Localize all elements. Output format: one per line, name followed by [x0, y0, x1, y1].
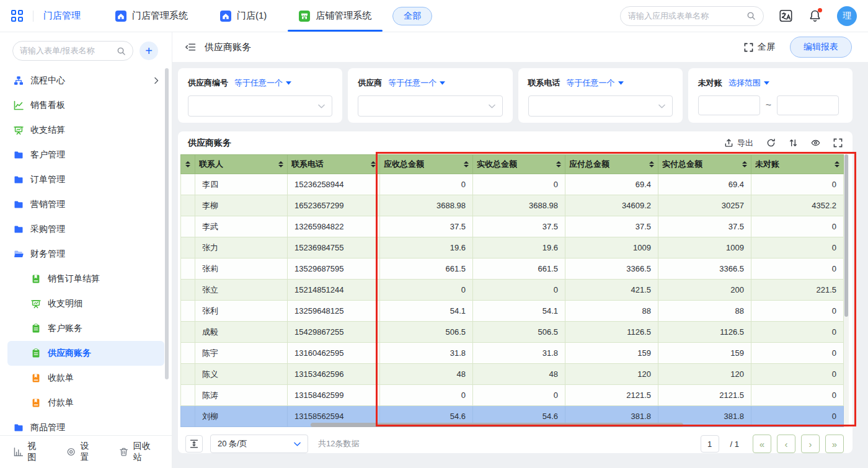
chevron-down-icon: [294, 442, 301, 446]
tab-门店(1)[interactable]: 门店(1): [204, 0, 283, 32]
sidebar-item-供应商账务[interactable]: 供应商账务: [7, 341, 164, 366]
sidebar-item-流程中心[interactable]: 流程中心: [7, 68, 164, 93]
sidebar-item-营销管理[interactable]: 营销管理: [7, 192, 164, 217]
next-page-button[interactable]: ›: [801, 435, 820, 453]
export-button[interactable]: 导出: [724, 138, 753, 149]
bars-icon: [14, 447, 23, 457]
sidebar-item-付款单[interactable]: 付款单: [7, 391, 164, 415]
folder-icon: [14, 224, 24, 234]
table-row[interactable]: 陈宇1316046259531.831.81591590: [181, 343, 844, 364]
filter-select[interactable]: [188, 95, 332, 117]
search-icon: [117, 46, 126, 56]
filter-operator[interactable]: 等于任意一个: [567, 77, 624, 89]
last-page-button[interactable]: »: [825, 435, 844, 453]
table-cell: 13160462595: [288, 343, 380, 364]
column-header-应收总金额[interactable]: 应收总金额: [380, 155, 473, 174]
sidebar-item-label: 收款单: [48, 373, 74, 384]
table-cell: 1126.5: [658, 322, 751, 343]
translate-icon[interactable]: [779, 9, 793, 23]
table-cell: 0: [751, 174, 844, 195]
table-fullscreen-icon[interactable]: [833, 138, 843, 148]
column-sort-icon: [185, 161, 190, 167]
table-cell: 3688.98: [380, 195, 473, 216]
table-cell: 13259648125: [288, 301, 380, 322]
column-header-应付总金额[interactable]: 应付总金额: [565, 155, 658, 174]
sidebar-item-客户管理[interactable]: 客户管理: [7, 143, 164, 167]
table-row[interactable]: 李武1326598482237.537.537.537.50: [181, 216, 844, 237]
table-cell: [181, 195, 195, 216]
tab-店铺管理系统[interactable]: 店铺管理系统: [283, 0, 388, 32]
sidebar-item-采购管理[interactable]: 采购管理: [7, 217, 164, 242]
column-header-实收总金额[interactable]: 实收总金额: [473, 155, 565, 174]
table-row[interactable]: 成毅15429867255506.5506.51126.51126.50: [181, 322, 844, 343]
fullscreen-button[interactable]: 全屏: [744, 42, 775, 53]
visibility-icon[interactable]: [811, 138, 820, 148]
column-header-未对账[interactable]: 未对账: [751, 155, 844, 174]
table-cell: 13153462596: [288, 364, 380, 385]
row-height-button[interactable]: [185, 435, 203, 453]
sidebar-item-销售看板[interactable]: 销售看板: [7, 93, 164, 118]
app-search-input[interactable]: 请输入应用或表单名称: [620, 6, 764, 26]
table-row[interactable]: 陈涛13158462599002121.52121.50: [181, 385, 844, 406]
table-row[interactable]: 陈义1315346259648481201200: [181, 364, 844, 385]
board-icon: [31, 299, 41, 309]
table-cell: [181, 258, 195, 280]
workspace-title[interactable]: 门店管理: [43, 10, 81, 22]
column-header-联系电话[interactable]: 联系电话: [288, 155, 380, 174]
sidebar-item-收支明细[interactable]: 收支明细: [7, 291, 164, 316]
filter-operator[interactable]: 等于任意一个: [388, 77, 445, 89]
apps-grid-icon[interactable]: [11, 10, 23, 22]
sidebar-item-收款单[interactable]: 收款单: [7, 366, 164, 391]
table-row[interactable]: 张利1325964812554.154.188880: [181, 301, 844, 322]
sidebar-footer-回收站[interactable]: 回收站: [119, 441, 158, 463]
form-search-input[interactable]: 请输入表单/报表名称: [12, 41, 133, 61]
page-size-select[interactable]: 20 条/页: [210, 435, 308, 453]
filter-operator[interactable]: 选择范围: [728, 77, 769, 89]
table-cell: 1126.5: [565, 322, 658, 343]
sidebar-item-销售订单结算[interactable]: 销售订单结算: [7, 267, 164, 291]
report-table: 联系人联系电话应收总金额实收总金额应付总金额实付总金额未对账 李四1523625…: [180, 154, 844, 427]
table-vertical-scrollbar[interactable]: [844, 154, 849, 427]
prev-page-button[interactable]: ‹: [777, 435, 795, 453]
table-cell: 李柳: [195, 195, 288, 216]
sidebar-item-商品管理[interactable]: 商品管理: [7, 415, 164, 435]
collapse-sidebar-icon[interactable]: [185, 42, 196, 53]
table-cell: 31.8: [380, 343, 473, 364]
table-cell: 0: [751, 258, 844, 280]
table-row[interactable]: 张立1521485124400421.5200221.5: [181, 280, 844, 301]
sidebar-item-财务管理[interactable]: 财务管理: [7, 242, 164, 267]
range-min-input[interactable]: [698, 95, 760, 115]
column-header-联系人[interactable]: 联系人: [195, 155, 288, 174]
page-number-input[interactable]: [701, 435, 719, 453]
table-row[interactable]: 李柳165236572993688.983688.9834609.2302574…: [181, 195, 844, 216]
avatar[interactable]: 理: [837, 6, 857, 26]
all-button[interactable]: 全部: [392, 7, 432, 25]
table-row[interactable]: 张莉13529687595661.5661.53366.53366.50: [181, 258, 844, 280]
sort-order-icon[interactable]: [789, 138, 798, 148]
sidebar-footer-设置[interactable]: 设置: [66, 441, 97, 463]
sidebar-scrollbar[interactable]: [165, 68, 169, 379]
sidebar-item-订单管理[interactable]: 订单管理: [7, 167, 164, 192]
sidebar-footer-视图[interactable]: 视图: [14, 441, 44, 463]
edit-report-button[interactable]: 编辑报表: [790, 37, 852, 58]
refresh-icon[interactable]: [766, 138, 776, 148]
first-page-button[interactable]: «: [753, 435, 771, 453]
filter-select[interactable]: [528, 95, 673, 117]
column-header-实付总金额[interactable]: 实付总金额: [658, 155, 751, 174]
caret-down-icon: [618, 81, 624, 85]
table-row[interactable]: 张力1523698475519.619.6100910090: [181, 237, 844, 258]
add-button[interactable]: +: [140, 42, 158, 60]
table-row[interactable]: 李四152362589440069.469.40: [181, 174, 844, 195]
table-horizontal-scrollbar[interactable]: [180, 423, 846, 428]
bell-icon[interactable]: [808, 9, 822, 23]
column-header-row-select[interactable]: [181, 155, 195, 174]
filter-select[interactable]: [358, 95, 502, 117]
sidebar-item-客户账务[interactable]: 客户账务: [7, 316, 164, 341]
range-max-input[interactable]: [777, 95, 839, 115]
table-cell: [181, 280, 195, 301]
filter-operator[interactable]: 等于任意一个: [234, 77, 291, 89]
sidebar-item-收支结算[interactable]: 收支结算: [7, 118, 164, 143]
column-sort-icon: [556, 161, 561, 167]
tab-门店管理系统[interactable]: 门店管理系统: [99, 0, 204, 32]
notification-dot: [818, 8, 822, 12]
